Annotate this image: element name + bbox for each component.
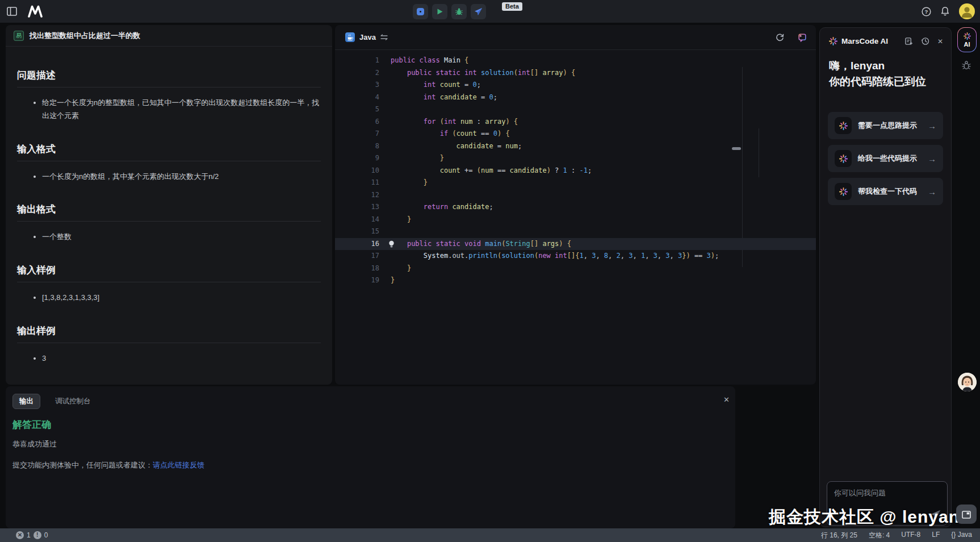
- ai-suggestions: 需要一点思路提示 → 给我一些代码提示 → 帮我检查一下代码 →: [828, 112, 943, 205]
- editor-scrollbar-marker[interactable]: [732, 147, 741, 150]
- encoding[interactable]: UTF-8: [901, 531, 920, 540]
- open-window-button[interactable]: [956, 505, 977, 524]
- problems-indicator[interactable]: ✕ 1 ! 0: [0, 531, 48, 539]
- history-icon[interactable]: [921, 37, 929, 45]
- result-status: 解答正确: [12, 418, 735, 431]
- error-count: 1: [27, 531, 31, 539]
- line-number[interactable]: 6: [335, 116, 379, 128]
- close-output-icon[interactable]: ✕: [723, 395, 730, 404]
- indent-setting[interactable]: 空格: 4: [869, 531, 890, 540]
- arrow-right-icon: →: [928, 154, 936, 164]
- code-text: }: [391, 152, 444, 165]
- line-number[interactable]: 14: [335, 214, 379, 226]
- code-line[interactable]: 14 }: [335, 214, 816, 226]
- close-ai-panel-icon[interactable]: ✕: [937, 37, 943, 45]
- language-tab[interactable]: Java: [345, 32, 388, 42]
- new-chat-icon[interactable]: [904, 37, 913, 45]
- assistant-avatar[interactable]: [958, 373, 977, 391]
- line-number[interactable]: 8: [335, 140, 379, 153]
- code-line[interactable]: 13 return candidate;: [335, 201, 816, 214]
- section-bullet: [1,3,8,2,3,1,3,3,3]: [42, 291, 321, 305]
- rail-ai-label: AI: [964, 41, 970, 48]
- tab-output[interactable]: 输出: [12, 394, 40, 409]
- code-line[interactable]: 12: [335, 189, 816, 202]
- rail-ai-tab[interactable]: AI: [957, 27, 977, 52]
- spark-icon: [829, 37, 837, 45]
- section-bullet: 3: [42, 352, 321, 365]
- code-editor[interactable]: 1public class Main {2 public static int …: [335, 50, 816, 287]
- line-number[interactable]: 7: [335, 128, 379, 140]
- code-line[interactable]: 19}: [335, 274, 816, 287]
- line-number[interactable]: 10: [335, 165, 379, 177]
- line-number[interactable]: 9: [335, 152, 379, 165]
- code-line[interactable]: 1public class Main {: [335, 55, 816, 67]
- line-number[interactable]: 15: [335, 226, 379, 238]
- line-number[interactable]: 18: [335, 262, 379, 275]
- ai-panel-header: MarsCode AI ✕: [820, 28, 951, 45]
- code-line[interactable]: 7 if (count == 0) {: [335, 128, 816, 140]
- ai-chat-icon[interactable]: [798, 33, 807, 42]
- code-line[interactable]: 9 }: [335, 152, 816, 165]
- line-number[interactable]: 12: [335, 189, 379, 202]
- code-line[interactable]: 5: [335, 103, 816, 116]
- code-text: for (int num : array) {: [391, 116, 518, 128]
- line-number[interactable]: 13: [335, 201, 379, 214]
- stop-button[interactable]: [413, 4, 428, 19]
- rail-debug-icon[interactable]: [961, 60, 971, 70]
- top-bar: Beta ?: [0, 0, 980, 23]
- run-button[interactable]: [432, 4, 447, 19]
- swap-language-icon[interactable]: [380, 34, 388, 40]
- line-number[interactable]: 11: [335, 177, 379, 189]
- language-mode[interactable]: {} Java: [951, 531, 972, 540]
- code-line[interactable]: 10 count += (num == candidate) ? 1 : -1;: [335, 165, 816, 177]
- line-number[interactable]: 2: [335, 67, 379, 80]
- line-number[interactable]: 3: [335, 79, 379, 91]
- submit-button[interactable]: [471, 4, 486, 19]
- section-divider: [17, 221, 321, 222]
- code-text: candidate = num;: [391, 140, 522, 153]
- sidebar-toggle-icon[interactable]: [7, 7, 17, 16]
- ai-greeting-line1: 嗨，lenyan: [829, 58, 942, 74]
- ai-question-input[interactable]: [834, 489, 940, 497]
- line-number[interactable]: 16: [335, 238, 379, 251]
- notifications-bell-icon[interactable]: [940, 6, 950, 16]
- paper-plane-icon: [474, 7, 483, 16]
- line-number[interactable]: 1: [335, 55, 379, 67]
- line-number[interactable]: 17: [335, 250, 379, 262]
- code-text: int candidate = 0;: [391, 91, 497, 104]
- code-line[interactable]: 2 public static int solution(int[] array…: [335, 67, 816, 80]
- code-line[interactable]: 11 }: [335, 177, 816, 189]
- code-line[interactable]: 8 candidate = num;: [335, 140, 816, 153]
- ai-suggestion-card[interactable]: 需要一点思路提示 →: [828, 112, 943, 139]
- eol-setting[interactable]: LF: [932, 531, 940, 540]
- user-avatar[interactable]: [959, 3, 975, 19]
- spark-icon: [835, 117, 852, 134]
- ai-panel-title: MarsCode AI: [841, 37, 888, 45]
- code-line[interactable]: 4 int candidate = 0;: [335, 91, 816, 104]
- lightbulb-icon[interactable]: [388, 240, 395, 248]
- code-line[interactable]: 16 public static void main(String[] args…: [335, 238, 816, 251]
- line-number[interactable]: 4: [335, 91, 379, 104]
- reset-code-icon[interactable]: [776, 33, 784, 41]
- tab-debug-console[interactable]: 调试控制台: [55, 397, 91, 406]
- warning-count: 0: [44, 531, 48, 539]
- code-line[interactable]: 18 }: [335, 262, 816, 275]
- section-heading: 输出格式: [17, 203, 321, 216]
- line-number[interactable]: 5: [335, 103, 379, 116]
- debug-button[interactable]: [451, 4, 467, 19]
- spark-icon: [835, 150, 852, 167]
- feedback-link[interactable]: 请点此链接反馈: [153, 461, 204, 469]
- code-text: public static int solution(int[] array) …: [391, 67, 575, 80]
- code-line[interactable]: 6 for (int num : array) {: [335, 116, 816, 128]
- code-line[interactable]: 17 System.out.println(solution(new int[]…: [335, 250, 816, 262]
- code-line[interactable]: 15: [335, 226, 816, 238]
- ai-suggestion-card[interactable]: 帮我检查一下代码 →: [828, 178, 943, 205]
- marscode-logo[interactable]: [27, 5, 43, 18]
- help-icon[interactable]: ?: [922, 7, 931, 16]
- arrow-right-icon: →: [928, 187, 936, 197]
- ai-suggestion-card[interactable]: 给我一些代码提示 →: [828, 145, 943, 172]
- code-line[interactable]: 3 int count = 0;: [335, 79, 816, 91]
- ai-suggestion-label: 需要一点思路提示: [858, 120, 917, 131]
- line-number[interactable]: 19: [335, 274, 379, 287]
- cursor-position[interactable]: 行 16, 列 25: [821, 531, 857, 540]
